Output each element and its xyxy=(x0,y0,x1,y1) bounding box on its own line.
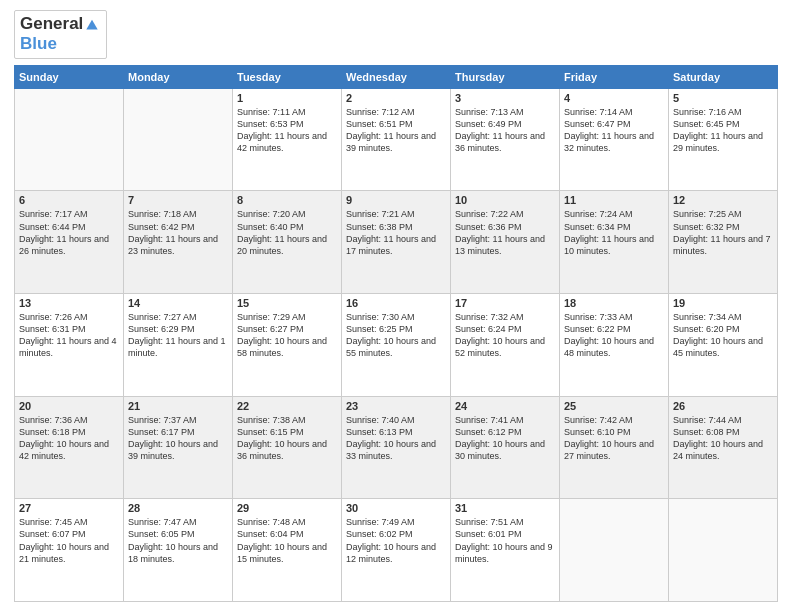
day-info: Sunrise: 7:26 AM Sunset: 6:31 PM Dayligh… xyxy=(19,311,119,360)
calendar-cell: 11Sunrise: 7:24 AM Sunset: 6:34 PM Dayli… xyxy=(560,191,669,294)
day-info: Sunrise: 7:51 AM Sunset: 6:01 PM Dayligh… xyxy=(455,516,555,565)
day-info: Sunrise: 7:44 AM Sunset: 6:08 PM Dayligh… xyxy=(673,414,773,463)
calendar-cell xyxy=(15,88,124,191)
day-number: 30 xyxy=(346,502,446,514)
week-row-5: 27Sunrise: 7:45 AM Sunset: 6:07 PM Dayli… xyxy=(15,499,778,602)
calendar-cell: 26Sunrise: 7:44 AM Sunset: 6:08 PM Dayli… xyxy=(669,396,778,499)
day-number: 23 xyxy=(346,400,446,412)
col-wednesday: Wednesday xyxy=(342,65,451,88)
day-info: Sunrise: 7:12 AM Sunset: 6:51 PM Dayligh… xyxy=(346,106,446,155)
calendar-cell: 21Sunrise: 7:37 AM Sunset: 6:17 PM Dayli… xyxy=(124,396,233,499)
day-number: 10 xyxy=(455,194,555,206)
day-number: 25 xyxy=(564,400,664,412)
logo-general: General xyxy=(20,14,83,33)
col-thursday: Thursday xyxy=(451,65,560,88)
calendar-header-row: Sunday Monday Tuesday Wednesday Thursday… xyxy=(15,65,778,88)
calendar-cell: 14Sunrise: 7:27 AM Sunset: 6:29 PM Dayli… xyxy=(124,294,233,397)
calendar-cell: 27Sunrise: 7:45 AM Sunset: 6:07 PM Dayli… xyxy=(15,499,124,602)
calendar-cell: 31Sunrise: 7:51 AM Sunset: 6:01 PM Dayli… xyxy=(451,499,560,602)
day-number: 1 xyxy=(237,92,337,104)
day-number: 14 xyxy=(128,297,228,309)
day-info: Sunrise: 7:41 AM Sunset: 6:12 PM Dayligh… xyxy=(455,414,555,463)
calendar-cell: 28Sunrise: 7:47 AM Sunset: 6:05 PM Dayli… xyxy=(124,499,233,602)
day-number: 24 xyxy=(455,400,555,412)
calendar-cell: 13Sunrise: 7:26 AM Sunset: 6:31 PM Dayli… xyxy=(15,294,124,397)
week-row-3: 13Sunrise: 7:26 AM Sunset: 6:31 PM Dayli… xyxy=(15,294,778,397)
calendar-cell: 18Sunrise: 7:33 AM Sunset: 6:22 PM Dayli… xyxy=(560,294,669,397)
day-number: 26 xyxy=(673,400,773,412)
calendar-cell xyxy=(124,88,233,191)
logo-icon xyxy=(84,18,100,31)
page: General Blue Sunday Monday Tuesday Wedne… xyxy=(0,0,792,612)
day-number: 17 xyxy=(455,297,555,309)
day-info: Sunrise: 7:21 AM Sunset: 6:38 PM Dayligh… xyxy=(346,208,446,257)
calendar-cell: 20Sunrise: 7:36 AM Sunset: 6:18 PM Dayli… xyxy=(15,396,124,499)
svg-marker-0 xyxy=(87,20,98,30)
day-number: 9 xyxy=(346,194,446,206)
calendar-cell: 5Sunrise: 7:16 AM Sunset: 6:45 PM Daylig… xyxy=(669,88,778,191)
calendar-cell: 12Sunrise: 7:25 AM Sunset: 6:32 PM Dayli… xyxy=(669,191,778,294)
day-info: Sunrise: 7:30 AM Sunset: 6:25 PM Dayligh… xyxy=(346,311,446,360)
day-info: Sunrise: 7:36 AM Sunset: 6:18 PM Dayligh… xyxy=(19,414,119,463)
day-info: Sunrise: 7:18 AM Sunset: 6:42 PM Dayligh… xyxy=(128,208,228,257)
day-number: 13 xyxy=(19,297,119,309)
day-info: Sunrise: 7:48 AM Sunset: 6:04 PM Dayligh… xyxy=(237,516,337,565)
calendar-cell: 7Sunrise: 7:18 AM Sunset: 6:42 PM Daylig… xyxy=(124,191,233,294)
day-number: 4 xyxy=(564,92,664,104)
day-number: 2 xyxy=(346,92,446,104)
col-saturday: Saturday xyxy=(669,65,778,88)
col-friday: Friday xyxy=(560,65,669,88)
day-info: Sunrise: 7:34 AM Sunset: 6:20 PM Dayligh… xyxy=(673,311,773,360)
day-info: Sunrise: 7:11 AM Sunset: 6:53 PM Dayligh… xyxy=(237,106,337,155)
day-info: Sunrise: 7:27 AM Sunset: 6:29 PM Dayligh… xyxy=(128,311,228,360)
logo: General Blue xyxy=(14,10,107,59)
logo-blue: Blue xyxy=(20,34,57,53)
calendar-cell: 19Sunrise: 7:34 AM Sunset: 6:20 PM Dayli… xyxy=(669,294,778,397)
calendar-cell: 2Sunrise: 7:12 AM Sunset: 6:51 PM Daylig… xyxy=(342,88,451,191)
header: General Blue xyxy=(14,10,778,59)
col-tuesday: Tuesday xyxy=(233,65,342,88)
day-info: Sunrise: 7:20 AM Sunset: 6:40 PM Dayligh… xyxy=(237,208,337,257)
calendar-cell: 3Sunrise: 7:13 AM Sunset: 6:49 PM Daylig… xyxy=(451,88,560,191)
day-number: 18 xyxy=(564,297,664,309)
day-info: Sunrise: 7:17 AM Sunset: 6:44 PM Dayligh… xyxy=(19,208,119,257)
day-number: 28 xyxy=(128,502,228,514)
day-number: 20 xyxy=(19,400,119,412)
day-info: Sunrise: 7:32 AM Sunset: 6:24 PM Dayligh… xyxy=(455,311,555,360)
day-number: 15 xyxy=(237,297,337,309)
calendar-cell: 1Sunrise: 7:11 AM Sunset: 6:53 PM Daylig… xyxy=(233,88,342,191)
calendar-cell: 24Sunrise: 7:41 AM Sunset: 6:12 PM Dayli… xyxy=(451,396,560,499)
calendar-cell: 8Sunrise: 7:20 AM Sunset: 6:40 PM Daylig… xyxy=(233,191,342,294)
day-info: Sunrise: 7:16 AM Sunset: 6:45 PM Dayligh… xyxy=(673,106,773,155)
day-number: 31 xyxy=(455,502,555,514)
calendar-cell xyxy=(669,499,778,602)
calendar-cell: 16Sunrise: 7:30 AM Sunset: 6:25 PM Dayli… xyxy=(342,294,451,397)
day-info: Sunrise: 7:49 AM Sunset: 6:02 PM Dayligh… xyxy=(346,516,446,565)
day-number: 3 xyxy=(455,92,555,104)
day-number: 21 xyxy=(128,400,228,412)
day-number: 7 xyxy=(128,194,228,206)
col-sunday: Sunday xyxy=(15,65,124,88)
calendar-cell: 25Sunrise: 7:42 AM Sunset: 6:10 PM Dayli… xyxy=(560,396,669,499)
day-number: 8 xyxy=(237,194,337,206)
calendar-cell: 29Sunrise: 7:48 AM Sunset: 6:04 PM Dayli… xyxy=(233,499,342,602)
day-number: 12 xyxy=(673,194,773,206)
calendar-cell xyxy=(560,499,669,602)
day-number: 6 xyxy=(19,194,119,206)
calendar-cell: 22Sunrise: 7:38 AM Sunset: 6:15 PM Dayli… xyxy=(233,396,342,499)
day-info: Sunrise: 7:37 AM Sunset: 6:17 PM Dayligh… xyxy=(128,414,228,463)
week-row-2: 6Sunrise: 7:17 AM Sunset: 6:44 PM Daylig… xyxy=(15,191,778,294)
week-row-1: 1Sunrise: 7:11 AM Sunset: 6:53 PM Daylig… xyxy=(15,88,778,191)
day-number: 29 xyxy=(237,502,337,514)
day-info: Sunrise: 7:40 AM Sunset: 6:13 PM Dayligh… xyxy=(346,414,446,463)
day-number: 5 xyxy=(673,92,773,104)
day-info: Sunrise: 7:45 AM Sunset: 6:07 PM Dayligh… xyxy=(19,516,119,565)
day-info: Sunrise: 7:14 AM Sunset: 6:47 PM Dayligh… xyxy=(564,106,664,155)
day-info: Sunrise: 7:38 AM Sunset: 6:15 PM Dayligh… xyxy=(237,414,337,463)
day-number: 19 xyxy=(673,297,773,309)
day-info: Sunrise: 7:47 AM Sunset: 6:05 PM Dayligh… xyxy=(128,516,228,565)
week-row-4: 20Sunrise: 7:36 AM Sunset: 6:18 PM Dayli… xyxy=(15,396,778,499)
day-info: Sunrise: 7:42 AM Sunset: 6:10 PM Dayligh… xyxy=(564,414,664,463)
calendar-cell: 4Sunrise: 7:14 AM Sunset: 6:47 PM Daylig… xyxy=(560,88,669,191)
calendar-cell: 15Sunrise: 7:29 AM Sunset: 6:27 PM Dayli… xyxy=(233,294,342,397)
